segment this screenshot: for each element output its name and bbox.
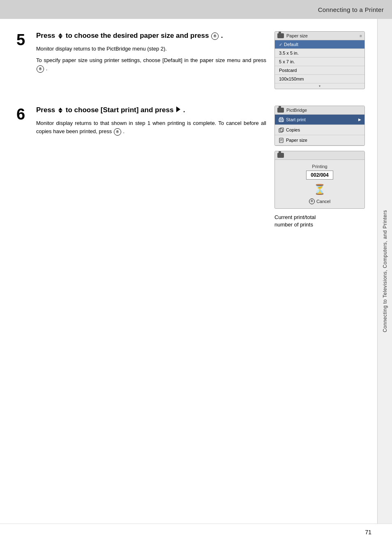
camera-icon-6 [277, 108, 284, 113]
updown-arrows-5 [58, 33, 62, 39]
updown-arrows-6 [58, 108, 62, 113]
header-title: Connecting to a Printer [318, 6, 384, 13]
step5-body2: To specify paper size using printer sett… [36, 56, 266, 73]
step-6-body: Monitor display returns to that shown in… [36, 119, 266, 136]
papersize-item-4: 100x150mm [275, 75, 364, 83]
papersize-screen: Paper size ≡ ✓ Default 3.5 x 5 in. 5 x 7… [274, 31, 365, 89]
up-arrow-5 [58, 33, 62, 36]
right-triangle-6 [176, 106, 180, 115]
down-arrow-6 [58, 111, 62, 113]
papersize-icon [278, 137, 284, 143]
ok-cancel-btn: ® [309, 198, 315, 204]
pb-item-copies: Copies [275, 125, 364, 135]
pb-startprint-arrow: ▶ [358, 118, 361, 122]
svg-rect-3 [279, 129, 282, 132]
step6-period: . [183, 106, 185, 114]
step6-body-end: . [123, 128, 125, 134]
svg-rect-4 [280, 128, 284, 132]
printing-label: Printing [281, 164, 358, 169]
step-6-number: 6 [16, 106, 36, 122]
ok-button-5b: ® [37, 65, 44, 73]
checkmark-default: ✓ [279, 42, 282, 47]
camera-icon-print [277, 153, 284, 158]
pb-item-papersize: Paper size [275, 135, 364, 145]
papersize-screen-container: Paper size ≡ ✓ Default 3.5 x 5 in. 5 x 7… [274, 31, 365, 94]
pb-item-startprint: Start print ▶ [275, 115, 364, 125]
pb-startprint-label: Start print [286, 117, 306, 122]
printing-title-bar [275, 151, 364, 160]
scroll-indicator-5: ≡ [360, 34, 362, 38]
step5-body2-end: . [46, 65, 48, 72]
step-6-section: 6 Press to choose [Start print] and pres… [16, 106, 365, 228]
step6-mid-text: to choose [Start print] and press [66, 106, 175, 114]
hourglass-icon: ⏳ [281, 184, 358, 195]
printing-content: Printing 002/004 ⏳ ® Cancel [275, 160, 364, 208]
step5-period: . [221, 32, 223, 39]
papersize-title-bar: Paper size ≡ [275, 32, 364, 40]
ok-button-6: ® [114, 128, 121, 136]
step-5-number: 5 [16, 32, 36, 94]
step-5-body: Monitor display returns to the PictBridg… [36, 45, 266, 73]
printing-counter: 002/004 [306, 171, 333, 180]
papersize-item-1: 3.5 x 5 in. [275, 49, 364, 58]
down-arrow-5 [58, 36, 62, 39]
papersize-item-default: ✓ Default [275, 40, 364, 49]
print-caption: Current print/totalnumber of prints [274, 214, 365, 228]
step6-body-content: Monitor display returns to that shown in… [36, 120, 266, 134]
step5-press-label: Press [36, 32, 57, 39]
print-icon [278, 117, 284, 122]
ok-button-5: ® [211, 32, 219, 40]
footer: 71 [0, 524, 392, 540]
step5-body1: Monitor display returns to the PictBridg… [36, 45, 266, 53]
copies-icon [278, 127, 284, 133]
pictbridge-title: PictBridge [286, 108, 362, 113]
step5-to-choose: to choose the desired paper size and pre… [66, 32, 211, 39]
step6-screens-container: PictBridge Start print ▶ Copies [274, 106, 365, 228]
papersize-default-label: Default [284, 42, 298, 47]
up-arrow-6 [58, 108, 62, 110]
step-6-heading: Press to choose [Start print] and press … [36, 106, 266, 115]
camera-icon-5 [277, 33, 284, 38]
step-6-content: Press to choose [Start print] and press … [36, 106, 274, 139]
cancel-bar: ® Cancel [281, 198, 358, 204]
scroll-down-5: ▾ [275, 83, 364, 89]
step-5-content: Press to choose the desired paper size a… [36, 31, 274, 94]
step6-press-label: Press [36, 106, 57, 114]
pictbridge-title-bar: PictBridge [275, 106, 364, 115]
sidebar-label: Connecting to Televisions, Computers, an… [382, 210, 388, 332]
printing-screen: Printing 002/004 ⏳ ® Cancel [274, 151, 365, 209]
papersize-item-3: Postcard [275, 66, 364, 75]
pb-copies-label: Copies [286, 127, 300, 132]
svg-rect-2 [280, 120, 283, 122]
page-number: 71 [365, 529, 371, 535]
header-bar: Connecting to a Printer [0, 0, 392, 19]
cancel-label: Cancel [316, 199, 330, 204]
svg-rect-5 [279, 138, 283, 143]
pictbridge-screen: PictBridge Start print ▶ Copies [274, 106, 365, 146]
pb-papersize-label: Paper size [286, 138, 307, 143]
step-5-section: 5 Press to choose the desired paper size… [16, 31, 365, 94]
right-sidebar: Connecting to Televisions, Computers, an… [377, 19, 392, 524]
papersize-title: Paper size [286, 33, 360, 38]
main-content: 5 Press to choose the desired paper size… [0, 19, 377, 524]
step5-body2-text: To specify paper size using printer sett… [36, 57, 266, 63]
step-5-heading: Press to choose the desired paper size a… [36, 31, 266, 41]
papersize-item-2: 5 x 7 in. [275, 58, 364, 66]
step6-body-text: Monitor display returns to that shown in… [36, 119, 266, 136]
